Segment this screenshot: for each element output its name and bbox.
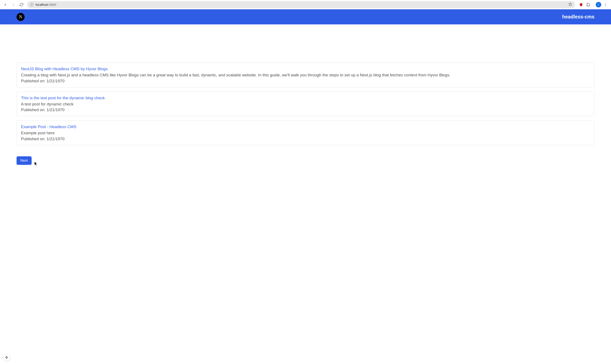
- main-content: NextJS Blog with Headless CMS by Hyvor B…: [0, 24, 611, 173]
- post-title-link[interactable]: NextJS Blog with Headless CMS by Hyvor B…: [21, 67, 108, 71]
- forward-button[interactable]: [10, 1, 17, 8]
- post-description: Creating a blog with Next.js and a headl…: [21, 72, 590, 78]
- chrome-right-controls: I: [577, 2, 609, 8]
- profile-avatar[interactable]: I: [596, 2, 601, 7]
- next-button[interactable]: Next: [16, 156, 32, 165]
- ublock-icon[interactable]: [578, 2, 584, 8]
- bookmark-star-icon[interactable]: [568, 2, 572, 7]
- post-published-date: Published on: 1/21/1970: [21, 79, 590, 83]
- menu-icon[interactable]: [602, 2, 609, 8]
- site-title: headless-cms: [562, 14, 595, 20]
- svg-point-2: [605, 4, 606, 5]
- svg-point-3: [605, 5, 606, 6]
- extensions-icon[interactable]: [585, 2, 591, 8]
- back-button[interactable]: [2, 1, 9, 8]
- svg-point-1: [605, 3, 606, 4]
- post-description: Example post here: [21, 130, 590, 136]
- info-icon: i: [30, 3, 34, 6]
- post-card: Example Post - Headless CMS Example post…: [16, 120, 595, 145]
- post-card: NextJS Blog with Headless CMS by Hyvor B…: [16, 63, 595, 87]
- logo-letter: N: [19, 14, 22, 19]
- post-card: This is the test post for the dynamic bl…: [16, 92, 595, 117]
- post-published-date: Published on: 1/21/1970: [21, 137, 590, 141]
- url-text: localhost:3000: [36, 3, 56, 6]
- reload-button[interactable]: [18, 1, 25, 8]
- post-title-link[interactable]: This is the test post for the dynamic bl…: [21, 96, 105, 100]
- separator: [593, 2, 594, 7]
- post-title-link[interactable]: Example Post - Headless CMS: [21, 125, 76, 129]
- app-header: N headless-cms: [0, 9, 611, 24]
- nextjs-logo[interactable]: N: [16, 13, 25, 21]
- svg-marker-0: [569, 2, 572, 5]
- browser-chrome: i localhost:3000 I: [0, 0, 611, 9]
- address-bar[interactable]: i localhost:3000: [27, 1, 575, 8]
- post-description: A test post for dynamic check: [21, 101, 590, 107]
- post-published-date: Published on: 1/21/1970: [21, 107, 590, 112]
